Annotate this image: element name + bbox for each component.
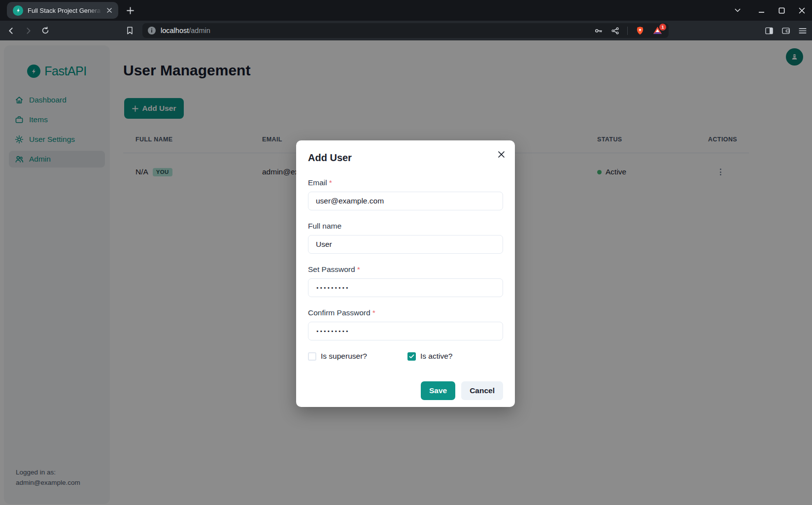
is-superuser-label: Is superuser? xyxy=(321,352,367,361)
browser-tab[interactable]: Full Stack Project Genera xyxy=(7,2,118,19)
window-minimize-button[interactable] xyxy=(756,5,767,16)
rewards-badge: 1 xyxy=(659,24,666,31)
toolbar-divider xyxy=(627,27,628,35)
window-close-button[interactable] xyxy=(796,5,807,16)
browser-tab-bar: Full Stack Project Genera xyxy=(0,0,812,21)
menu-hamburger-icon[interactable] xyxy=(799,27,807,34)
back-button[interactable] xyxy=(7,27,15,34)
fastapi-favicon-icon xyxy=(13,5,23,16)
tab-title: Full Stack Project Genera xyxy=(28,7,104,14)
save-button[interactable]: Save xyxy=(421,381,455,400)
cancel-button[interactable]: Cancel xyxy=(461,381,503,400)
modal-title: Add User xyxy=(308,152,503,164)
email-field-group: Email* xyxy=(308,178,503,210)
modal-close-icon[interactable] xyxy=(494,147,508,162)
brave-rewards-icon[interactable]: 1 xyxy=(652,26,663,35)
is-active-label: Is active? xyxy=(420,352,452,361)
set-password-field-group: Set Password* xyxy=(308,265,503,297)
set-password-label: Set Password* xyxy=(308,265,503,274)
full-name-field-group: Full name xyxy=(308,222,503,254)
tab-search-chevron-icon[interactable] xyxy=(732,5,743,16)
forward-button[interactable] xyxy=(24,27,32,34)
set-password-field[interactable] xyxy=(308,278,503,297)
checkbox-unchecked-icon[interactable] xyxy=(308,352,316,361)
email-label: Email* xyxy=(308,178,503,187)
url-bar[interactable]: localhost/admin 1 xyxy=(142,23,669,38)
page-content: FastAPI Dashboard Items User Settings xyxy=(0,40,812,505)
browser-toolbar: localhost/admin 1 xyxy=(0,21,812,40)
checkbox-checked-icon[interactable] xyxy=(407,352,416,361)
add-user-modal: Add User Email* Full name Set Password* … xyxy=(296,140,515,407)
full-name-field[interactable] xyxy=(308,235,503,254)
wallet-icon[interactable] xyxy=(782,27,790,34)
reload-button[interactable] xyxy=(41,27,49,34)
is-superuser-checkbox[interactable]: Is superuser? xyxy=(308,352,407,361)
required-asterisk: * xyxy=(329,178,332,187)
new-tab-button[interactable] xyxy=(126,6,135,15)
required-asterisk: * xyxy=(372,308,375,317)
share-icon[interactable] xyxy=(611,27,619,34)
sidebar-panel-icon[interactable] xyxy=(765,27,773,34)
password-key-icon[interactable] xyxy=(595,27,603,34)
site-info-icon[interactable] xyxy=(147,26,156,35)
confirm-password-field[interactable] xyxy=(308,322,503,340)
tab-close-icon[interactable] xyxy=(104,5,114,15)
url-text: localhost/admin xyxy=(161,27,595,34)
full-name-label: Full name xyxy=(308,222,503,231)
window-maximize-button[interactable] xyxy=(776,5,787,16)
required-asterisk: * xyxy=(357,265,360,273)
bookmark-icon[interactable] xyxy=(126,27,134,34)
is-active-checkbox[interactable]: Is active? xyxy=(407,352,503,361)
email-field[interactable] xyxy=(308,192,503,210)
confirm-password-field-group: Confirm Password* xyxy=(308,308,503,340)
brave-shield-icon[interactable] xyxy=(636,27,644,34)
confirm-password-label: Confirm Password* xyxy=(308,308,503,317)
